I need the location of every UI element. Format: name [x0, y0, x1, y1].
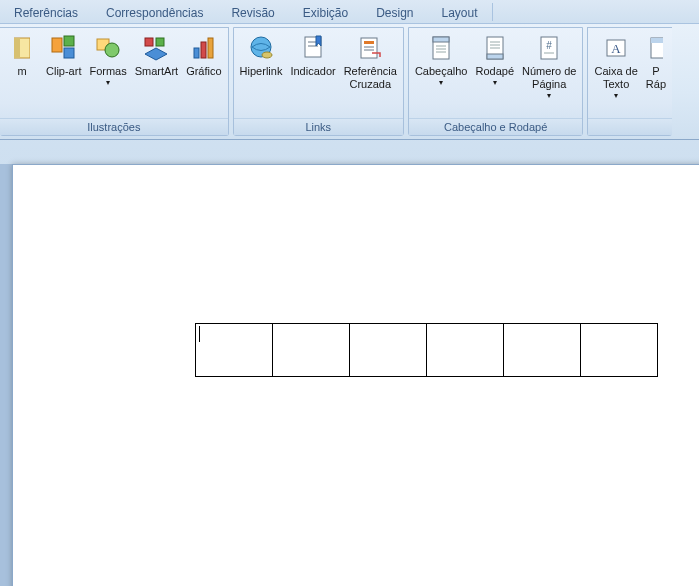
chevron-down-icon: ▾ [106, 79, 110, 87]
textbox-button[interactable]: A Caixa de Texto ▾ [592, 30, 639, 118]
tab-layout[interactable]: Layout [428, 3, 492, 23]
text-cursor [199, 326, 200, 342]
bookmark-icon [297, 32, 329, 64]
shapes-button[interactable]: Formas ▾ [87, 30, 128, 118]
chevron-down-icon: ▾ [547, 92, 551, 100]
tab-references[interactable]: Referências [0, 3, 92, 23]
hyperlink-icon [245, 32, 277, 64]
table-cell[interactable] [427, 324, 504, 377]
group-illustrations-label: Ilustrações [0, 118, 228, 135]
document-page[interactable] [12, 164, 699, 586]
footer-label: Rodapé [475, 65, 514, 78]
group-headerfooter-label: Cabeçalho e Rodapé [409, 118, 583, 135]
tab-separator [492, 3, 493, 21]
header-button[interactable]: Cabeçalho ▾ [413, 30, 470, 118]
table-cell[interactable] [581, 324, 658, 377]
tab-view[interactable]: Exibição [289, 3, 362, 23]
textbox-icon: A [600, 32, 632, 64]
header-label: Cabeçalho [415, 65, 468, 78]
svg-rect-4 [64, 48, 74, 58]
table-cell[interactable] [273, 324, 350, 377]
shapes-icon [92, 32, 124, 64]
footer-icon [479, 32, 511, 64]
svg-point-13 [262, 52, 272, 58]
tab-mailings[interactable]: Correspondências [92, 3, 217, 23]
svg-rect-1 [14, 38, 20, 58]
svg-rect-7 [145, 38, 153, 46]
chevron-down-icon: ▾ [493, 79, 497, 87]
table-row[interactable] [196, 324, 658, 377]
chart-button[interactable]: Gráfico [184, 30, 223, 118]
chart-label: Gráfico [186, 65, 221, 78]
textbox-label: Caixa de Texto [594, 65, 637, 91]
svg-rect-22 [433, 37, 449, 42]
smartart-button[interactable]: SmartArt [133, 30, 180, 118]
table-cell[interactable] [350, 324, 427, 377]
crossreference-button[interactable]: Referência Cruzada [342, 30, 399, 118]
document-table[interactable] [195, 323, 658, 377]
smartart-label: SmartArt [135, 65, 178, 78]
table-cell[interactable] [504, 324, 581, 377]
chevron-down-icon: ▾ [614, 92, 618, 100]
pagenumber-label: Número de Página [522, 65, 576, 91]
ribbon-tabs: Referências Correspondências Revisão Exi… [0, 0, 699, 24]
crossreference-icon [354, 32, 386, 64]
svg-point-6 [105, 43, 119, 57]
crossreference-label: Referência Cruzada [344, 65, 397, 91]
group-links: Hiperlink Indicador [233, 27, 404, 136]
footer-button[interactable]: Rodapé ▾ [473, 30, 516, 118]
hyperlink-button[interactable]: Hiperlink [238, 30, 285, 118]
group-links-label: Links [234, 118, 403, 135]
clipart-button[interactable]: Clip-art [44, 30, 83, 118]
tab-design[interactable]: Design [362, 3, 427, 23]
clipart-icon [48, 32, 80, 64]
clipart-label: Clip-art [46, 65, 81, 78]
header-icon [425, 32, 457, 64]
group-text-label-blank [588, 118, 672, 135]
group-illustrations: m Clip-art [0, 27, 229, 136]
bookmark-label: Indicador [290, 65, 335, 78]
svg-rect-2 [52, 38, 62, 52]
quickparts-icon [649, 32, 663, 64]
image-icon [6, 32, 38, 64]
hyperlink-label: Hiperlink [240, 65, 283, 78]
svg-rect-10 [201, 42, 206, 58]
svg-rect-3 [64, 36, 74, 46]
svg-text:#: # [546, 40, 552, 51]
svg-rect-11 [208, 38, 213, 58]
tab-review[interactable]: Revisão [217, 3, 288, 23]
ribbon: m Clip-art [0, 24, 699, 140]
svg-text:A: A [611, 41, 621, 56]
svg-rect-27 [487, 54, 503, 59]
smartart-icon [140, 32, 172, 64]
svg-rect-37 [651, 38, 663, 43]
chevron-down-icon: ▾ [439, 79, 443, 87]
table-cell[interactable] [196, 324, 273, 377]
image-label-partial: m [17, 65, 26, 78]
svg-rect-9 [194, 48, 199, 58]
quickparts-button-partial[interactable]: P Ráp [644, 30, 668, 118]
document-area [0, 164, 699, 586]
group-headerfooter: Cabeçalho ▾ Rodapé ▾ [408, 27, 584, 136]
pagenumber-icon: # [533, 32, 565, 64]
pagenumber-button[interactable]: # Número de Página ▾ [520, 30, 578, 118]
chart-icon [188, 32, 220, 64]
svg-rect-8 [156, 38, 164, 46]
quickparts-label-partial: P Ráp [646, 65, 666, 91]
shapes-label: Formas [89, 65, 126, 78]
image-button-partial[interactable]: m [4, 30, 40, 118]
bookmark-button[interactable]: Indicador [288, 30, 337, 118]
svg-rect-18 [364, 41, 374, 44]
group-text-partial: A Caixa de Texto ▾ P Ráp [587, 27, 672, 136]
